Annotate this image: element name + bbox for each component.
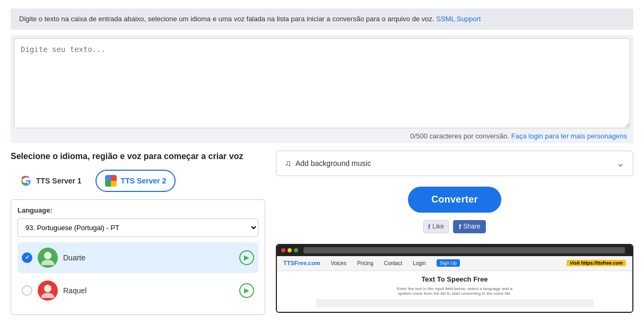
- voice-radio-duarte[interactable]: [22, 252, 32, 263]
- preview-input-area: [316, 299, 593, 308]
- preview-nav-login: Login: [413, 260, 425, 266]
- facebook-share-button[interactable]: f Share: [453, 220, 486, 233]
- social-row: f Like f Share: [276, 220, 633, 233]
- textarea-section: 0/500 caracteres por conversão. Faça log…: [11, 35, 633, 143]
- tabs-row: TTS Server 1 TTS Server 2: [11, 170, 265, 192]
- svg-point-0: [44, 252, 51, 259]
- instruction-text: Digite o texto na caixa de entrada abaix…: [19, 15, 434, 23]
- converter-btn-wrap: Converter: [276, 187, 633, 213]
- google-icon: [20, 175, 32, 187]
- main-cols: Selecione o idioma, região e voz para co…: [11, 151, 633, 315]
- converter-button[interactable]: Converter: [408, 187, 501, 213]
- music-dropdown[interactable]: ♫ Add background music ⌄: [276, 151, 633, 176]
- music-label: ♫ Add background music: [285, 159, 371, 168]
- voice-radio-raquel[interactable]: [22, 285, 32, 296]
- facebook-like-button[interactable]: f Like: [423, 220, 449, 233]
- browser-dot-yellow: [288, 248, 292, 252]
- share-label: Share: [463, 223, 480, 230]
- tab-tts-server1-label: TTS Server 1: [36, 177, 82, 185]
- preview-site-desc: Enter the text in the input field below,…: [391, 286, 518, 296]
- login-link[interactable]: Faça login para ter mais personagens: [511, 132, 627, 140]
- tab-tts-server2[interactable]: TTS Server 2: [95, 170, 176, 192]
- char-count-row: 0/500 caracteres por conversão. Faça log…: [14, 130, 630, 140]
- preview-nav-voices: Voices: [331, 260, 346, 266]
- voice-row-raquel[interactable]: Raquel ▶: [18, 275, 258, 306]
- preview-inner: TTSFree.com Voices Pricing Contact Login…: [277, 245, 632, 312]
- preview-brand: TTSFree.com: [283, 260, 320, 266]
- preview-signup-btn: Sign Up: [437, 259, 460, 267]
- language-box: Language: 93. Portuguese (Portugal) - PT…: [11, 199, 265, 315]
- play-icon-raquel: ▶: [244, 286, 249, 294]
- svg-point-3: [41, 293, 54, 298]
- preview-nav-pricing: Pricing: [357, 260, 373, 266]
- play-btn-duarte[interactable]: ▶: [239, 250, 254, 265]
- like-label: Like: [432, 223, 444, 230]
- svg-point-2: [44, 285, 51, 292]
- preview-site-title: Text To Speech Free: [421, 275, 488, 283]
- left-col: Selecione o idioma, região e voz para co…: [11, 151, 265, 315]
- music-label-text: Add background music: [295, 159, 371, 168]
- voice-avatar-raquel: [38, 281, 58, 301]
- tts2-icon: [105, 175, 117, 187]
- browser-dot-green: [294, 248, 298, 252]
- ssml-support-link[interactable]: SSML Support: [436, 15, 481, 23]
- voice-row-duarte[interactable]: Duarte ▶: [18, 242, 258, 273]
- voice-name-raquel: Raquel: [63, 286, 234, 295]
- preview-topbar: [277, 245, 632, 257]
- text-input[interactable]: [14, 38, 630, 128]
- browser-dot-red: [281, 248, 285, 252]
- preview-visit-badge: Visit https://ttsfree.com: [567, 260, 626, 266]
- play-btn-raquel[interactable]: ▶: [239, 283, 254, 298]
- voice-avatar-duarte: [38, 248, 58, 268]
- preview-body: Text To Speech Free Enter the text in th…: [277, 271, 632, 312]
- instruction-bar: Digite o texto na caixa de entrada abaix…: [11, 8, 633, 30]
- language-select[interactable]: 93. Portuguese (Portugal) - PT: [18, 218, 258, 237]
- music-note-icon: ♫: [285, 159, 291, 168]
- avatar-female-icon: [40, 283, 55, 298]
- chevron-down-icon: ⌄: [616, 157, 624, 169]
- lang-label: Language:: [18, 206, 258, 214]
- voice-name-duarte: Duarte: [63, 253, 234, 262]
- page-wrapper: Digite o texto na caixa de entrada abaix…: [0, 0, 644, 323]
- svg-point-1: [41, 260, 54, 265]
- facebook-icon-share: f: [459, 223, 461, 231]
- preview-nav: TTSFree.com Voices Pricing Contact Login…: [277, 256, 632, 270]
- preview-frame: TTSFree.com Voices Pricing Contact Login…: [276, 244, 633, 313]
- tab-tts-server2-label: TTS Server 2: [121, 177, 167, 185]
- browser-url-bar: [303, 247, 625, 253]
- right-col: ♫ Add background music ⌄ Converter f Lik…: [276, 151, 633, 315]
- char-count: 0/500 caracteres por conversão.: [410, 132, 509, 140]
- play-icon-duarte: ▶: [244, 253, 249, 261]
- facebook-icon-like: f: [428, 223, 430, 231]
- avatar-male-icon: [40, 250, 55, 265]
- preview-nav-contact: Contact: [384, 260, 402, 266]
- tab-tts-server1[interactable]: TTS Server 1: [11, 170, 91, 192]
- section-heading: Selecione o idioma, região e voz para co…: [11, 151, 265, 162]
